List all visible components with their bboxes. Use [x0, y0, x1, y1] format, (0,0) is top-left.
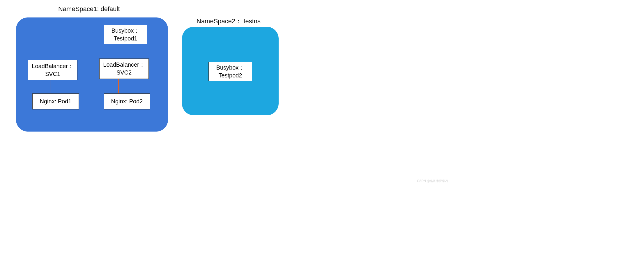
svc2-box: LoadBalancer： SVC2: [99, 59, 149, 79]
svc2-to-pod2-connector: [118, 79, 119, 93]
namespace2-title: NameSpace2： testns: [197, 17, 261, 26]
busybox-testpod1-line2: Testpod1: [114, 35, 137, 42]
svc2-line2: SVC2: [116, 69, 132, 77]
svc2-line1: LoadBalancer：: [103, 61, 145, 69]
namespace1-title: NameSpace1: default: [58, 5, 120, 13]
pod2-label: Nginx: Pod2: [111, 98, 143, 105]
svc1-to-pod1-connector: [50, 80, 50, 93]
svc1-box: LoadBalancer： SVC1: [28, 60, 77, 80]
busybox-testpod2-box: Busybox： Testpod2: [208, 62, 252, 81]
diagram-canvas: NameSpace1: default NameSpace2： testns B…: [0, 0, 451, 185]
busybox-testpod2-line2: Testpod2: [218, 72, 242, 79]
busybox-testpod1-box: Busybox： Testpod1: [104, 25, 147, 44]
svc1-line1: LoadBalancer：: [32, 62, 73, 70]
pod2-box: Nginx: Pod2: [104, 93, 150, 109]
namespace1-box: Busybox： Testpod1 LoadBalancer： SVC1 Loa…: [16, 17, 168, 132]
busybox-testpod1-line1: Busybox：: [112, 27, 140, 35]
pod1-label: Nginx: Pod1: [40, 98, 72, 105]
watermark-text: CSDN @格洛米爱学习: [417, 179, 448, 183]
busybox-testpod2-line1: Busybox：: [216, 64, 245, 72]
pod1-box: Nginx: Pod1: [32, 93, 79, 109]
namespace2-box: Busybox： Testpod2: [182, 27, 279, 115]
svc1-line2: SVC1: [45, 70, 60, 78]
